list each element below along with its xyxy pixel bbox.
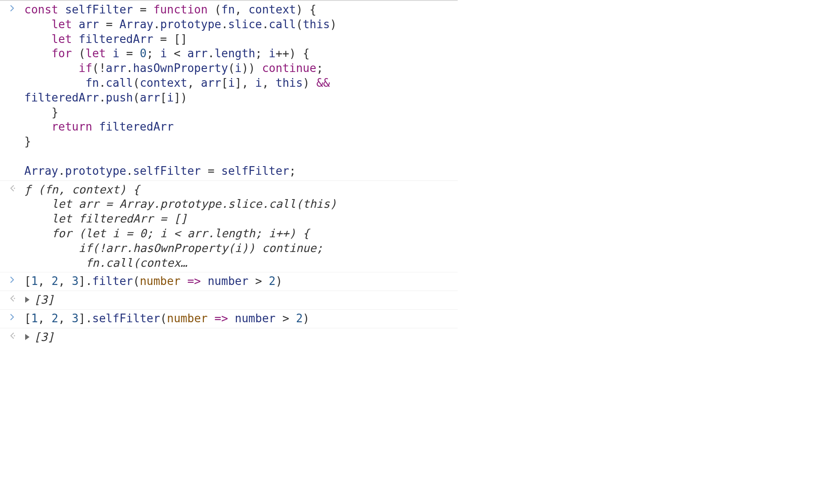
input-prompt-icon (0, 311, 24, 321)
input-prompt-icon (0, 274, 24, 284)
svg-point-0 (14, 187, 15, 189)
output-prompt-icon (0, 183, 24, 192)
code-content[interactable]: [1, 2, 3].selfFilter(number => number > … (24, 311, 458, 326)
console-log: const selfFilter = function (fn, context… (0, 0, 458, 347)
output-prompt-icon (0, 330, 24, 340)
console-input-entry: [1, 2, 3].filter(number => number > 2) (0, 272, 458, 291)
code-content[interactable]: const selfFilter = function (fn, context… (24, 3, 458, 179)
input-prompt-icon (0, 3, 24, 12)
svg-point-1 (14, 298, 15, 299)
code-content: [3] (24, 330, 458, 345)
disclosure-triangle-icon[interactable] (25, 297, 30, 303)
console-input-entry: const selfFilter = function (fn, context… (0, 0, 458, 180)
console-output-entry: ƒ (fn, context) { let arr = Array.protot… (0, 180, 458, 272)
code-content[interactable]: [1, 2, 3].filter(number => number > 2) (24, 274, 458, 289)
svg-point-2 (14, 335, 15, 336)
output-prompt-icon (0, 293, 24, 302)
console-output-entry: [3] (0, 328, 458, 347)
console-input-entry: [1, 2, 3].selfFilter(number => number > … (0, 309, 458, 328)
console-output-entry: [3] (0, 291, 458, 309)
code-content: [3] (24, 293, 458, 308)
code-content: ƒ (fn, context) { let arr = Array.protot… (24, 183, 458, 271)
disclosure-triangle-icon[interactable] (25, 334, 30, 340)
